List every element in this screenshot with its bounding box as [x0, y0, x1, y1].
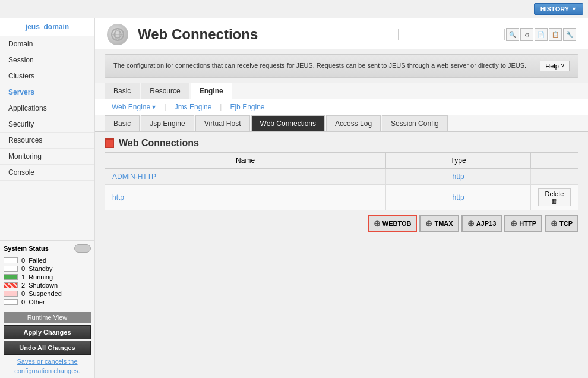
add-button-http[interactable]: ⊕HTTP: [504, 215, 542, 232]
status-count-failed: 0: [21, 257, 25, 264]
toolbar-btn-4[interactable]: 🔧: [563, 28, 576, 41]
inner-tab-jsp-engine[interactable]: Jsp Engine: [141, 115, 194, 131]
sub-nav-item-jms-engine[interactable]: Jms Engine: [167, 99, 219, 115]
toolbar-btn-2[interactable]: 📄: [535, 28, 548, 41]
status-label-other: Other: [29, 298, 45, 305]
cell-name-0[interactable]: ADMIN-HTTP: [105, 169, 386, 185]
sidebar-item-security[interactable]: Security: [0, 116, 94, 133]
main-tab-bar: BasicResourceEngine: [95, 83, 588, 99]
sidebar-item-applications[interactable]: Applications: [0, 100, 94, 116]
history-button[interactable]: HISTORY: [534, 3, 583, 15]
sidebar-item-console[interactable]: Console: [0, 165, 94, 181]
cell-delete-1: Delete 🗑: [531, 185, 578, 210]
sidebar-item-monitoring[interactable]: Monitoring: [0, 149, 94, 165]
search-input[interactable]: [398, 29, 505, 40]
add-icon-ajp13: ⊕: [467, 219, 475, 228]
save-cancel-link[interactable]: Saves or cancels the configuration chang…: [4, 357, 91, 376]
content-area: Web Connections 🔍 ⚙ 📄 📋 🔧 The configurat…: [95, 18, 588, 378]
add-button-webtob[interactable]: ⊕WEBTOB: [368, 215, 418, 232]
system-status-header: System Status: [4, 244, 91, 253]
sidebar-item-resources[interactable]: Resources: [0, 133, 94, 149]
add-buttons-row: ⊕WEBTOB⊕TMAX⊕AJP13⊕HTTP⊕TCP: [95, 210, 588, 237]
sidebar-item-session[interactable]: Session: [0, 52, 94, 68]
info-banner: The configuration for connections that c…: [105, 54, 578, 78]
system-status: System Status 0 Failed 0 Standby 1 Runni…: [0, 240, 94, 310]
sidebar: jeus_domain DomainSessionClustersServers…: [0, 18, 95, 378]
status-count-shutdown: 2: [21, 282, 25, 289]
cell-type-1: http: [386, 185, 531, 210]
status-row-running: 1 Running: [4, 273, 91, 281]
sub-nav-item-web-engine[interactable]: Web Engine ▾: [105, 99, 163, 115]
status-label-suspended: Suspended: [29, 290, 62, 297]
add-button-tcp[interactable]: ⊕TCP: [545, 215, 578, 232]
status-row-standby: 0 Standby: [4, 264, 91, 273]
top-bar: HISTORY: [0, 0, 588, 18]
table-row: http http Delete 🗑: [105, 185, 578, 210]
status-row-shutdown: 2 Shutdown: [4, 281, 91, 289]
inner-tab-access-log[interactable]: Access Log: [326, 115, 381, 131]
toolbar-btn-3[interactable]: 📋: [549, 28, 562, 41]
inner-tab-web-connections[interactable]: Web Connections: [251, 115, 325, 131]
col-type: Type: [386, 153, 531, 169]
col-name: Name: [105, 153, 386, 169]
add-icon-http: ⊕: [510, 219, 517, 228]
search-button[interactable]: 🔍: [506, 28, 519, 41]
delete-button-1[interactable]: Delete 🗑: [538, 188, 571, 206]
runtime-view-label: Runtime View: [4, 312, 91, 323]
toolbar-btn-1[interactable]: ⚙: [520, 28, 533, 41]
connections-table: Name Type ADMIN-HTTP http http http Dele…: [105, 152, 578, 210]
sidebar-nav: DomainSessionClustersServersApplications…: [0, 36, 94, 240]
status-count-standby: 0: [21, 265, 25, 272]
page-header: Web Connections 🔍 ⚙ 📄 📋 🔧: [95, 18, 588, 49]
tab-resource[interactable]: Resource: [141, 83, 189, 99]
tab-engine[interactable]: Engine: [191, 83, 232, 99]
search-bar: 🔍 ⚙ 📄 📋 🔧: [398, 28, 576, 41]
sidebar-item-clusters[interactable]: Clusters: [0, 68, 94, 84]
status-label-standby: Standby: [29, 265, 52, 272]
status-bar-suspended: [4, 291, 18, 297]
add-icon-tmax: ⊕: [425, 219, 432, 228]
status-bar-failed: [4, 257, 18, 263]
cell-name-1[interactable]: http: [105, 185, 386, 210]
status-bar-standby: [4, 266, 18, 272]
sidebar-domain[interactable]: jeus_domain: [0, 18, 94, 36]
status-bar-other: [4, 299, 18, 305]
status-label-failed: Failed: [29, 257, 46, 264]
add-icon-webtob: ⊕: [374, 219, 381, 228]
sub-nav-sep-2: |: [219, 99, 223, 115]
page-title: Web Connections: [138, 26, 258, 43]
page-icon: [107, 24, 128, 45]
sub-nav-item-ejb-engine[interactable]: Ejb Engine: [223, 99, 271, 115]
undo-all-changes-button[interactable]: Undo All Changes: [4, 341, 91, 355]
tab-basic[interactable]: Basic: [105, 83, 140, 99]
cell-type-0: http: [386, 169, 531, 185]
sub-nav: Web Engine ▾|Jms Engine|Ejb Engine: [95, 99, 588, 115]
status-count-running: 1: [21, 273, 25, 281]
add-button-ajp13[interactable]: ⊕AJP13: [461, 215, 502, 232]
inner-tab-basic[interactable]: Basic: [105, 115, 140, 131]
status-label-running: Running: [29, 273, 53, 281]
sidebar-item-servers[interactable]: Servers: [0, 84, 94, 100]
sub-nav-sep-1: |: [163, 99, 167, 115]
status-bar-shutdown: [4, 282, 18, 288]
add-button-tmax[interactable]: ⊕TMAX: [419, 215, 459, 232]
inner-tab-session-config[interactable]: Session Config: [382, 115, 448, 131]
inner-tab-virtual-host[interactable]: Virtual Host: [195, 115, 250, 131]
status-label-shutdown: Shutdown: [29, 282, 58, 289]
apply-changes-button[interactable]: Apply Changes: [4, 325, 91, 339]
sidebar-item-domain[interactable]: Domain: [0, 36, 94, 52]
status-count-suspended: 0: [21, 290, 25, 297]
help-button[interactable]: Help ?: [540, 61, 570, 71]
system-status-label: System Status: [4, 245, 49, 252]
add-icon-tcp: ⊕: [551, 219, 558, 228]
status-row-failed: 0 Failed: [4, 256, 91, 264]
status-bar-running: [4, 274, 18, 280]
inner-tab-bar: BasicJsp EngineVirtual HostWeb Connectio…: [95, 115, 588, 132]
runtime-view-section: Runtime View Apply Changes Undo All Chan…: [0, 310, 94, 378]
status-toggle[interactable]: [74, 244, 91, 253]
section-icon: [105, 138, 114, 148]
section-label: Web Connections: [119, 138, 199, 149]
col-actions: [531, 153, 578, 169]
status-count-other: 0: [21, 298, 25, 305]
section-title-row: Web Connections: [95, 132, 588, 152]
